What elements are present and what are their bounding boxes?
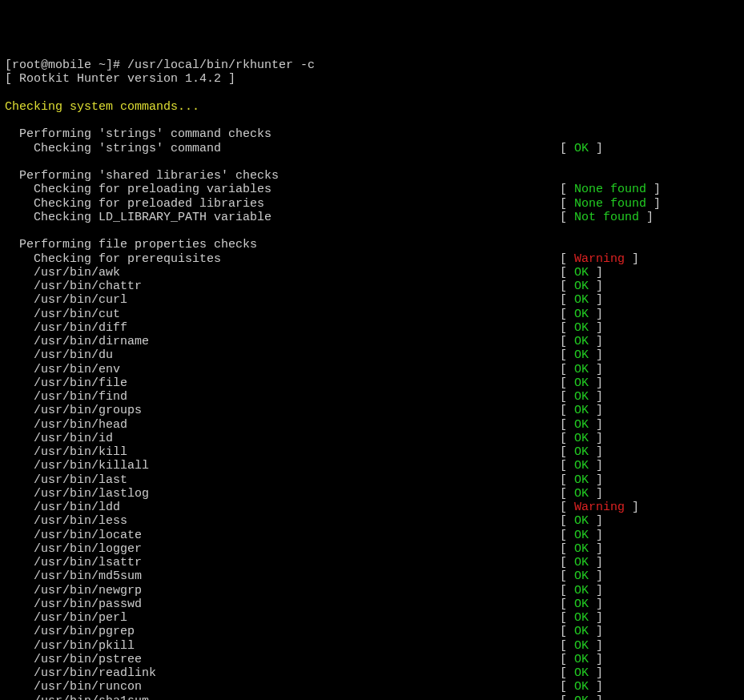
check-status: [OK] (560, 487, 668, 501)
check-row: /usr/bin/runcon[OK] (5, 680, 739, 694)
check-status: [OK] (560, 556, 668, 569)
check-status: [OK] (560, 611, 668, 625)
check-row: /usr/bin/logger[OK] (5, 542, 739, 556)
check-label: /usr/bin/groups (5, 404, 560, 417)
check-label: /usr/bin/dirname (5, 335, 560, 348)
check-row: /usr/bin/lastlog[OK] (5, 487, 739, 501)
check-row: /usr/bin/file[OK] (5, 376, 739, 390)
check-row: /usr/bin/id[OK] (5, 432, 739, 445)
check-label: /usr/bin/find (5, 390, 560, 404)
check-row: /usr/bin/head[OK] (5, 418, 739, 432)
check-status: [OK] (560, 569, 668, 583)
check-label: /usr/bin/ldd (5, 501, 560, 514)
check-row: /usr/bin/du[OK] (5, 348, 739, 362)
check-label: /usr/bin/runcon (5, 680, 560, 694)
check-label: Checking 'strings' command (5, 142, 560, 155)
check-label: /usr/bin/id (5, 432, 560, 445)
check-label: /usr/bin/curl (5, 293, 560, 307)
check-status: [OK] (560, 666, 668, 680)
check-label: /usr/bin/env (5, 363, 560, 376)
check-status: [OK] (560, 459, 668, 473)
group-title: Performing 'shared libraries' checks (5, 169, 739, 183)
check-status: [OK] (560, 473, 668, 487)
group-title: Performing 'strings' command checks (5, 127, 739, 141)
check-row: /usr/bin/perl[OK] (5, 611, 739, 625)
section-heading: Checking system commands... (5, 100, 739, 114)
check-status: [OK] (560, 348, 668, 362)
check-status: [OK] (560, 694, 668, 701)
check-row: /usr/bin/find[OK] (5, 390, 739, 404)
check-row: /usr/bin/pgrep[OK] (5, 625, 739, 638)
check-label: /usr/bin/awk (5, 266, 560, 280)
check-status: [OK] (560, 680, 668, 694)
check-label: Checking LD_LIBRARY_PATH variable (5, 211, 560, 224)
check-label: Checking for preloaded libraries (5, 197, 560, 211)
check-row: Checking for preloaded libraries[None fo… (5, 197, 739, 211)
check-label: /usr/bin/diff (5, 321, 560, 335)
check-label: /usr/bin/pkill (5, 639, 560, 653)
check-status: [None found] (560, 197, 668, 211)
terminal-output: [root@mobile ~]# /usr/local/bin/rkhunter… (5, 58, 739, 700)
check-status: [OK] (560, 514, 668, 528)
check-row: /usr/bin/pstree[OK] (5, 653, 739, 666)
check-row: /usr/bin/env[OK] (5, 363, 739, 376)
check-row: /usr/bin/less[OK] (5, 514, 739, 528)
check-status: [OK] (560, 625, 668, 638)
check-status: [OK] (560, 335, 668, 348)
check-status: [OK] (560, 321, 668, 335)
version-line: [ Rootkit Hunter version 1.4.2 ] (5, 72, 739, 86)
check-row: /usr/bin/pkill[OK] (5, 639, 739, 653)
check-status: [Not found] (560, 211, 668, 224)
check-label: /usr/bin/locate (5, 529, 560, 542)
check-label: /usr/bin/logger (5, 542, 560, 556)
check-row: /usr/bin/dirname[OK] (5, 335, 739, 348)
check-label: /usr/bin/du (5, 348, 560, 362)
check-row: /usr/bin/sha1sum[OK] (5, 694, 739, 701)
check-status: [OK] (560, 363, 668, 376)
check-status: [OK] (560, 542, 668, 556)
check-label: /usr/bin/perl (5, 611, 560, 625)
check-status: [OK] (560, 404, 668, 417)
check-row: /usr/bin/kill[OK] (5, 445, 739, 459)
check-label: /usr/bin/newgrp (5, 584, 560, 597)
check-row: /usr/bin/curl[OK] (5, 293, 739, 307)
check-row: /usr/bin/cut[OK] (5, 308, 739, 321)
check-row: /usr/bin/groups[OK] (5, 404, 739, 417)
check-row: /usr/bin/readlink[OK] (5, 666, 739, 680)
check-label: /usr/bin/cut (5, 308, 560, 321)
check-status: [OK] (560, 653, 668, 666)
check-status: [OK] (560, 266, 668, 280)
check-label: /usr/bin/head (5, 418, 560, 432)
check-row: Checking LD_LIBRARY_PATH variable[Not fo… (5, 211, 739, 224)
check-status: [OK] (560, 445, 668, 459)
check-label: /usr/bin/less (5, 514, 560, 528)
shell-prompt: [root@mobile ~]# /usr/local/bin/rkhunter… (5, 58, 739, 72)
check-label: /usr/bin/last (5, 473, 560, 487)
check-row: /usr/bin/lsattr[OK] (5, 556, 739, 569)
check-row: /usr/bin/ldd[Warning] (5, 501, 739, 514)
check-label: /usr/bin/chattr (5, 280, 560, 293)
check-row: /usr/bin/last[OK] (5, 473, 739, 487)
check-status: [OK] (560, 639, 668, 653)
check-status: [OK] (560, 390, 668, 404)
check-label: Checking for prerequisites (5, 252, 560, 266)
check-label: Checking for preloading variables (5, 183, 560, 196)
check-status: [OK] (560, 432, 668, 445)
check-status: [Warning] (560, 252, 668, 266)
check-status: [OK] (560, 418, 668, 432)
check-label: /usr/bin/readlink (5, 666, 560, 680)
check-status: [Warning] (560, 501, 668, 514)
check-row: /usr/bin/locate[OK] (5, 529, 739, 542)
check-label: /usr/bin/sha1sum (5, 694, 560, 701)
check-status: [OK] (560, 293, 668, 307)
check-label: /usr/bin/lsattr (5, 556, 560, 569)
check-label: /usr/bin/passwd (5, 597, 560, 611)
check-label: /usr/bin/md5sum (5, 569, 560, 583)
check-row: /usr/bin/passwd[OK] (5, 597, 739, 611)
group-title: Performing file properties checks (5, 238, 739, 251)
check-status: [OK] (560, 597, 668, 611)
check-label: /usr/bin/killall (5, 459, 560, 473)
check-status: [OK] (560, 529, 668, 542)
check-label: /usr/bin/kill (5, 445, 560, 459)
check-label: /usr/bin/pstree (5, 653, 560, 666)
